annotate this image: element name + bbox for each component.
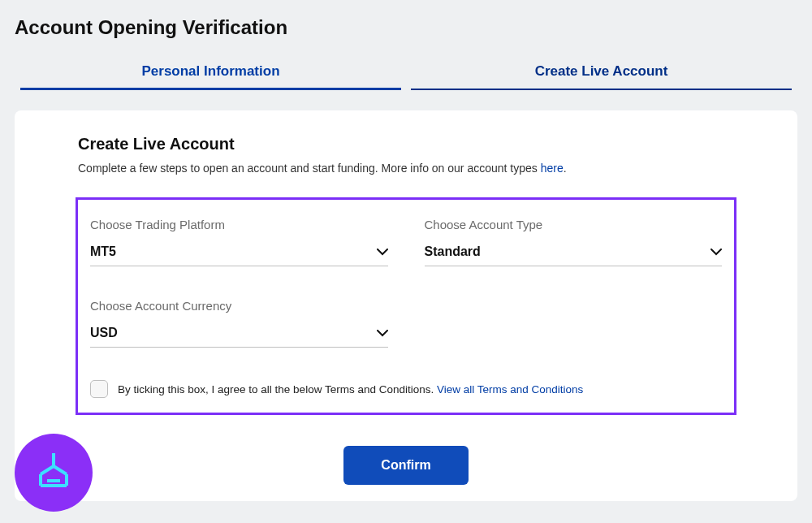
select-value: Standard: [425, 244, 481, 259]
form-row-1: Choose Trading Platform MT5 Choose Accou…: [90, 218, 722, 266]
terms-row: By ticking this box, I agree to all the …: [90, 380, 722, 398]
select-trading-platform[interactable]: MT5: [90, 244, 388, 266]
chevron-down-icon: [710, 246, 722, 257]
form-row-2: Choose Account Currency USD: [90, 299, 722, 348]
field-trading-platform: Choose Trading Platform MT5: [90, 218, 388, 266]
terms-label: By ticking this box, I agree to all the …: [118, 383, 583, 395]
logo-icon: [31, 450, 76, 495]
account-types-link[interactable]: here: [541, 162, 564, 175]
terms-link[interactable]: View all Terms and Conditions: [437, 383, 583, 395]
field-account-currency: Choose Account Currency USD: [90, 299, 388, 348]
select-value: USD: [90, 326, 118, 340]
field-empty: [425, 299, 723, 348]
highlight-box: Choose Trading Platform MT5 Choose Accou…: [76, 197, 736, 415]
label-account-type: Choose Account Type: [425, 218, 723, 231]
tab-personal-information[interactable]: Personal Information: [20, 54, 401, 90]
select-account-type[interactable]: Standard: [425, 244, 723, 266]
subtitle-suffix: .: [564, 162, 567, 175]
tabs-container: Personal Information Create Live Account: [0, 54, 812, 90]
label-trading-platform: Choose Trading Platform: [90, 218, 388, 231]
select-account-currency[interactable]: USD: [90, 326, 388, 348]
terms-text: By ticking this box, I agree to all the …: [118, 383, 437, 395]
form-card: Create Live Account Complete a few steps…: [15, 110, 797, 501]
field-account-type: Choose Account Type Standard: [425, 218, 723, 266]
select-value: MT5: [90, 244, 116, 259]
logo-badge: [15, 434, 93, 512]
chevron-down-icon: [377, 246, 388, 257]
subtitle-text: Complete a few steps to open an account …: [78, 162, 541, 175]
tab-label: Personal Information: [141, 63, 279, 79]
confirm-row: Confirm: [15, 415, 797, 501]
tab-create-live-account[interactable]: Create Live Account: [411, 54, 792, 90]
tab-label: Create Live Account: [535, 63, 668, 79]
card-inner: Create Live Account Complete a few steps…: [15, 135, 797, 415]
chevron-down-icon: [377, 327, 388, 339]
confirm-button[interactable]: Confirm: [343, 446, 468, 485]
page-header: Account Opening Verification: [0, 0, 812, 54]
label-account-currency: Choose Account Currency: [90, 299, 388, 313]
section-title: Create Live Account: [78, 135, 734, 153]
terms-checkbox[interactable]: [90, 380, 108, 398]
section-subtitle: Complete a few steps to open an account …: [78, 162, 734, 175]
page-title: Account Opening Verification: [15, 16, 797, 39]
